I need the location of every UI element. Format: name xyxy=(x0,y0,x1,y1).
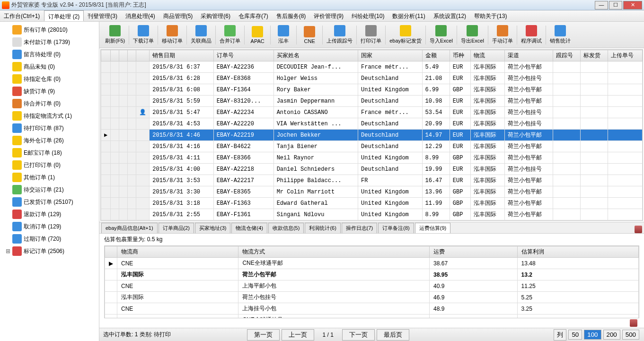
prev-page-button[interactable]: 上一页 xyxy=(282,329,314,341)
col-9[interactable]: 标发货 xyxy=(580,50,608,61)
sidebar-item-6[interactable]: 待合并订单 (0) xyxy=(0,97,99,110)
toolbar-10[interactable]: ebay标记发货 xyxy=(387,24,424,45)
order-row[interactable]: 2015/8/31 4:00EBAY-A22218Daniel Schniede… xyxy=(101,164,643,175)
order-row[interactable]: 2015/8/31 3:30EBAY-E8365Mr Colin Marriot… xyxy=(101,186,643,198)
toolbar-9[interactable]: 打印订单 xyxy=(358,24,384,45)
toolbar-1[interactable]: 下载订单 xyxy=(130,24,157,45)
col-2[interactable]: 买家姓名 xyxy=(273,50,358,61)
order-row[interactable]: 2015/8/31 4:16EBAY-B4622Tanja BienerDeut… xyxy=(101,141,643,152)
sidebar-item-17[interactable]: 过期订单 (720) xyxy=(0,233,99,245)
menu-3[interactable]: 消息处理(4) xyxy=(122,10,159,21)
estimate-row[interactable]: ▶CNECNE全球通平邮38.6713.48 xyxy=(105,258,639,269)
sidebar-item-16[interactable]: 取消订单 (129) xyxy=(0,220,99,233)
menu-4[interactable]: 商品管理(5) xyxy=(159,10,197,21)
menu-5[interactable]: 采购管理(6) xyxy=(197,10,235,21)
est-col[interactable]: 运费 xyxy=(430,246,518,258)
order-row[interactable]: 2015/8/31 3:18EBAY-F1363Edward GatheralU… xyxy=(101,198,643,209)
detail-tab-7[interactable]: 订单备注(8) xyxy=(378,223,414,233)
sidebar-item-1[interactable]: 未付款订单 (1739) xyxy=(0,36,99,48)
col-7[interactable]: 渠道 xyxy=(505,50,553,61)
toolbar-8[interactable]: 上传跟踪号 xyxy=(324,24,355,45)
sidebar-item-11[interactable]: 已打印订单 (0) xyxy=(0,159,99,171)
menu-10[interactable]: 数据分析(11) xyxy=(388,10,429,21)
next-page-button[interactable]: 下一页 xyxy=(342,329,375,341)
menu-12[interactable]: 帮助关于(13) xyxy=(470,10,511,21)
sidebar-item-3[interactable]: 商品未知 (0) xyxy=(0,61,99,73)
menu-6[interactable]: 仓库库存(7) xyxy=(235,10,273,21)
detail-tab-5[interactable]: 利润统计(6) xyxy=(305,223,340,233)
sidebar-item-15[interactable]: 退款订单 (129) xyxy=(0,208,99,220)
sidebar-item-13[interactable]: 待交运订单 (21) xyxy=(0,184,99,196)
last-page-button[interactable]: 最后页 xyxy=(377,329,409,341)
detail-tab-8[interactable]: 运费估算(9) xyxy=(415,223,450,233)
estimate-grid[interactable]: 物流商物流方式运费估算利润▶CNECNE全球通平邮38.6713.48泓丰国际荷… xyxy=(104,245,639,318)
menu-7[interactable]: 售后服务(8) xyxy=(273,10,310,21)
toolbar-14[interactable]: 程序调试 xyxy=(518,24,545,45)
sidebar-item-9[interactable]: 海外仓订单 (26) xyxy=(0,134,99,147)
est-col[interactable]: 物流商 xyxy=(117,246,238,258)
toolbar-2[interactable]: 移动订单 xyxy=(159,24,185,45)
estimate-row[interactable]: 泓丰国际荷兰小包挂号46.95.25 xyxy=(105,292,639,303)
toolbar-5[interactable]: APAC xyxy=(246,25,269,45)
book-icon[interactable] xyxy=(635,226,642,233)
est-col[interactable]: 物流方式 xyxy=(238,246,430,258)
menu-8[interactable]: 评价管理(9) xyxy=(310,10,348,21)
order-row[interactable]: 2015/8/31 3:53EBAY-A22217Philippe Baldac… xyxy=(101,175,643,186)
menu-11[interactable]: 系统设置(12) xyxy=(430,10,470,21)
toolbar-15[interactable]: 销售统计 xyxy=(547,24,573,45)
toolbar-0[interactable]: 刷新(F5) xyxy=(102,24,128,45)
order-row[interactable]: 2015/8/31 6:28EBAY-E8368Holger WeissDeut… xyxy=(101,73,643,84)
toolbar-6[interactable]: 泓丰 xyxy=(272,24,295,45)
col-3[interactable]: 国家 xyxy=(358,50,423,61)
order-row[interactable]: 2015/8/31 4:11EBAY-E8366Neil RaynorUnite… xyxy=(101,152,643,164)
toolbar-4[interactable]: 合并订单 xyxy=(217,24,243,45)
sidebar-item-7[interactable]: 待指定物流方式 (1) xyxy=(0,110,99,122)
expand-icon[interactable]: ⊞ xyxy=(6,248,10,254)
estimate-row[interactable]: CNE上海平邮小包40.911.25 xyxy=(105,280,639,292)
order-row[interactable]: 2015/8/31 5:59EBAY-83120...Jasmin Depper… xyxy=(101,96,643,107)
order-row[interactable]: ▶2015/8/31 4:46EBAY-A22219Jochen BekkerD… xyxy=(101,130,643,141)
sidebar-item-18[interactable]: ⊞标记订单 (2506) xyxy=(0,245,99,257)
menu-0[interactable]: 工作台(Ctrl+1) xyxy=(0,10,44,21)
order-row[interactable]: 👤2015/8/31 5:47EBAY-A22234Antonio CASSAN… xyxy=(101,107,643,118)
order-row[interactable]: 2015/8/31 4:53EBAY-A22220VIA Werkstätten… xyxy=(101,118,643,130)
book-icon[interactable] xyxy=(630,319,637,327)
list-button[interactable]: 列 xyxy=(554,329,566,341)
detail-tab-1[interactable]: 订单商品(2) xyxy=(159,223,194,233)
detail-tab-2[interactable]: 买家地址(3) xyxy=(195,223,230,233)
estimate-row[interactable]: 泓丰国际荷兰小包平邮38.9513.2 xyxy=(105,269,639,280)
col-1[interactable]: 订单号 xyxy=(213,50,273,61)
col-5[interactable]: 币种 xyxy=(450,50,470,61)
estimate-row[interactable]: CNE上海挂号小包48.93.25 xyxy=(105,303,639,315)
pagesize-100[interactable]: 100 xyxy=(584,330,601,340)
col-6[interactable]: 物流 xyxy=(470,50,505,61)
toolbar-11[interactable]: 导入Excel xyxy=(427,24,456,45)
sidebar-item-2[interactable]: 留言待处理 (0) xyxy=(0,48,99,61)
col-4[interactable]: 金额 xyxy=(422,50,450,61)
menu-2[interactable]: 刊登管理(3) xyxy=(84,10,122,21)
detail-tab-4[interactable]: 收款信息(5) xyxy=(268,223,304,233)
sidebar-item-14[interactable]: 已发货订单 (25107) xyxy=(0,196,99,208)
sidebar-item-0[interactable]: 所有订单 (28010) xyxy=(0,24,99,36)
toolbar-13[interactable]: 手动订单 xyxy=(489,24,516,45)
col-8[interactable]: 跟踪号 xyxy=(553,50,580,61)
col-0[interactable]: 销售日期 xyxy=(150,50,214,61)
order-row[interactable]: 2015/8/31 6:08EBAY-F1364Rory BakerUnited… xyxy=(101,84,643,96)
sidebar-item-5[interactable]: 缺货订单 (9) xyxy=(0,85,99,97)
sidebar-item-12[interactable]: 其他订单 (1) xyxy=(0,171,99,184)
detail-tab-3[interactable]: 物流仓储(4) xyxy=(231,223,267,233)
detail-tab-0[interactable]: ebay商品信息(Alt+1) xyxy=(101,223,158,233)
toolbar-7[interactable]: CNE xyxy=(298,25,321,45)
maximize-button[interactable]: ☐ xyxy=(609,1,622,9)
sidebar-item-8[interactable]: 待打印订单 (87) xyxy=(0,122,99,134)
toolbar-12[interactable]: 导出Excel xyxy=(458,24,487,45)
sidebar-item-10[interactable]: E邮宝订单 (18) xyxy=(0,147,99,159)
est-col[interactable]: 估算利润 xyxy=(517,246,638,258)
menu-1[interactable]: 订单处理 (2) xyxy=(44,10,84,21)
toolbar-3[interactable]: 关联商品 xyxy=(188,24,214,45)
order-row[interactable]: 2015/8/31 6:37EBAY-A22236DECOUDIER Jean-… xyxy=(101,61,643,73)
pagesize-500[interactable]: 500 xyxy=(622,330,639,340)
pagesize-50[interactable]: 50 xyxy=(568,330,582,340)
minimize-button[interactable]: — xyxy=(595,1,608,9)
pagesize-200[interactable]: 200 xyxy=(603,330,620,340)
